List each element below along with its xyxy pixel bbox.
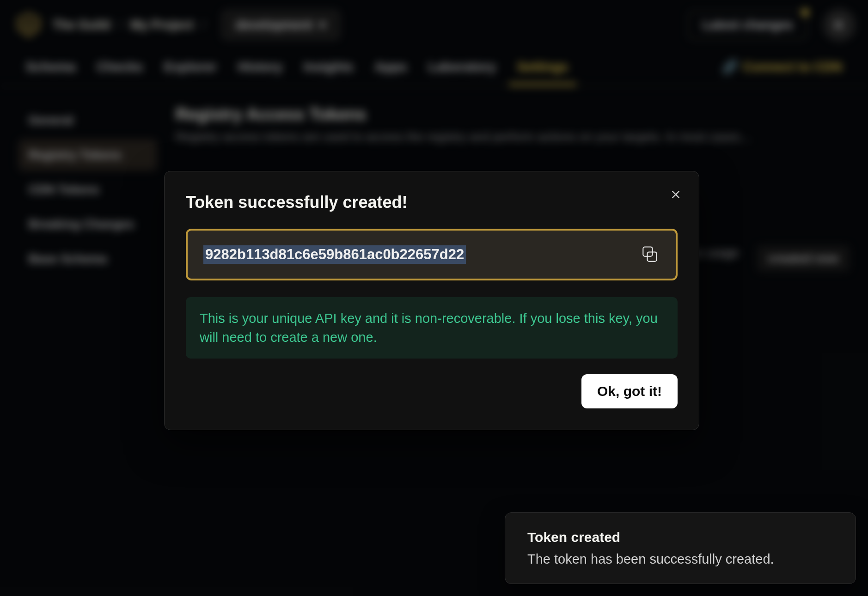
modal-close-button[interactable]	[668, 187, 683, 202]
copy-icon	[640, 244, 660, 265]
toast-token-created: Token created The token has been success…	[505, 512, 856, 584]
toast-title: Token created	[527, 529, 833, 545]
token-display: 9282b113d81c6e59b861ac0b22657d22	[186, 229, 678, 280]
ok-got-it-button[interactable]: Ok, got it!	[581, 374, 678, 408]
copy-token-button[interactable]	[640, 244, 660, 265]
token-warning-note: This is your unique API key and it is no…	[186, 297, 678, 359]
token-value[interactable]: 9282b113d81c6e59b861ac0b22657d22	[203, 245, 466, 264]
modal-title: Token successfully created!	[186, 193, 678, 212]
modal-actions: Ok, got it!	[186, 374, 678, 408]
token-created-modal: Token successfully created! 9282b113d81c…	[164, 171, 699, 430]
close-icon	[671, 189, 681, 200]
toast-body: The token has been successfully created.	[527, 552, 833, 567]
